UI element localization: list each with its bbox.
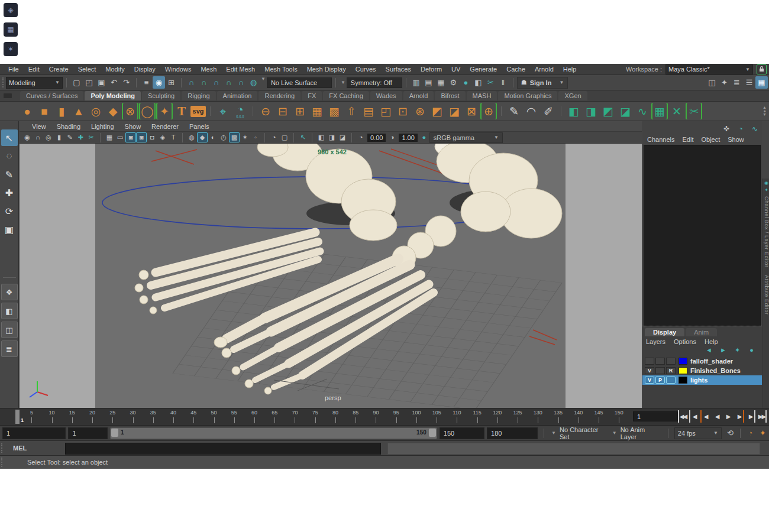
- shelf-tab-sculpting[interactable]: Sculpting: [142, 91, 180, 100]
- reset-transform-icon[interactable]: ◔0,0,0: [232, 103, 248, 119]
- menu-select[interactable]: Select: [73, 66, 101, 73]
- new-scene-icon[interactable]: ▢: [70, 76, 83, 89]
- layer-toggle[interactable]: P: [655, 377, 665, 384]
- duplicate-face-icon[interactable]: ◪: [446, 103, 463, 119]
- resolution-gate-icon[interactable]: ◙: [125, 132, 136, 142]
- object-axis-icon[interactable]: ✜: [722, 125, 731, 133]
- snap-view-plane-icon[interactable]: ∩: [235, 76, 247, 89]
- mel-input[interactable]: [65, 443, 381, 455]
- shelf-scrollbar[interactable]: ▲●▼: [762, 106, 767, 116]
- bridge-icon[interactable]: ▤: [360, 103, 377, 119]
- render-frame-icon[interactable]: ▤: [422, 76, 435, 89]
- layer-color-swatch[interactable]: [678, 358, 687, 365]
- desktop-icon-1[interactable]: ◈: [4, 3, 18, 17]
- film-gate-icon[interactable]: ▭: [115, 132, 125, 142]
- outliner-toggle-icon[interactable]: ◫: [706, 76, 718, 89]
- grid-toggle-icon[interactable]: ▦: [104, 132, 115, 142]
- exposure-value[interactable]: 0.00: [367, 134, 386, 142]
- playback-start-field[interactable]: 1: [68, 427, 108, 439]
- knife-tool-icon[interactable]: ✂: [686, 103, 702, 119]
- rotate-tool[interactable]: ⟳: [1, 203, 18, 219]
- help-line-grip[interactable]: [1, 458, 2, 466]
- layout-outliner-button[interactable]: ≣: [1, 340, 18, 357]
- bevel-icon[interactable]: ◰: [377, 103, 394, 119]
- shelf-tab-xgen[interactable]: XGen: [558, 91, 587, 100]
- time-slider[interactable]: 1 51015202530354045505560657075808590951…: [0, 408, 769, 426]
- layout-two-pane-button[interactable]: ◧: [1, 303, 18, 319]
- menu-deform[interactable]: Deform: [416, 66, 447, 73]
- layer-menu-layers[interactable]: Layers: [646, 338, 671, 345]
- render-settings-icon[interactable]: ⚙: [447, 76, 460, 89]
- shelf-tab-wades[interactable]: Wades: [370, 91, 402, 100]
- svg-tool-icon[interactable]: svg: [190, 106, 206, 117]
- shelf-menu-button[interactable]: [4, 93, 12, 98]
- uv-cube-map-icon[interactable]: ◪: [617, 103, 634, 119]
- live-surface-field[interactable]: No Live Surface: [267, 77, 332, 88]
- fps-dropdown[interactable]: 24 fps ▼: [674, 427, 722, 439]
- range-start-handle[interactable]: [111, 429, 118, 437]
- curve-bracket-icon[interactable]: ◠: [523, 103, 539, 119]
- safe-action-icon[interactable]: ◈: [157, 132, 168, 142]
- layer-row[interactable]: falloff_shader: [642, 356, 762, 366]
- snap-curve-icon[interactable]: ∩: [198, 76, 210, 89]
- command-line-grip[interactable]: [1, 443, 2, 453]
- menu-cache[interactable]: Cache: [502, 66, 530, 73]
- uv-bend-icon[interactable]: ◨: [583, 103, 599, 119]
- contrast-icon[interactable]: ◑: [387, 132, 398, 142]
- make-live-icon[interactable]: ◍: [247, 76, 260, 89]
- curve-pencil-icon[interactable]: ✎: [506, 103, 522, 119]
- current-time-marker[interactable]: [15, 410, 20, 424]
- layer-toggle[interactable]: V: [645, 367, 654, 374]
- lock-camera-icon[interactable]: ∩: [33, 132, 43, 142]
- shelf-tab-arnold[interactable]: Arnold: [403, 91, 434, 100]
- chevron-down-icon[interactable]: ▼: [612, 430, 617, 436]
- image-plane-icon[interactable]: ✎: [64, 132, 75, 142]
- select-cursor-icon[interactable]: ↖: [298, 132, 308, 142]
- shelf-tab-rendering[interactable]: Rendering: [259, 91, 301, 100]
- shadows-icon[interactable]: ◦: [250, 132, 261, 142]
- playback-end-field[interactable]: 150: [440, 427, 484, 439]
- camera-attributes-icon[interactable]: ◎: [43, 132, 54, 142]
- step-forward-frame-button[interactable]: ▶: [745, 410, 755, 423]
- workspace-lock-icon[interactable]: [757, 64, 767, 74]
- save-scene-icon[interactable]: ▣: [95, 76, 108, 89]
- layer-toggle[interactable]: [655, 367, 665, 374]
- desktop-icon-3[interactable]: ✶: [4, 42, 18, 56]
- poly-plane-icon[interactable]: ◆: [105, 103, 121, 119]
- menu-help[interactable]: Help: [558, 66, 581, 73]
- snap-projected-center-icon[interactable]: ∩: [222, 76, 235, 89]
- select-component-icon[interactable]: ⊞: [165, 76, 177, 89]
- gamma-value[interactable]: 1.00: [399, 134, 417, 142]
- layer-menu-help[interactable]: Help: [705, 338, 724, 345]
- shelf-tab-bifrost[interactable]: Bifrost: [435, 91, 465, 100]
- ipr-render-icon[interactable]: ▦: [435, 76, 447, 89]
- chevron-down-icon[interactable]: ▼: [261, 76, 266, 89]
- desktop-icon-2[interactable]: ▦: [4, 22, 18, 37]
- poly-cone-icon[interactable]: ▲: [70, 103, 87, 119]
- bookmark-icon[interactable]: ▮: [54, 132, 64, 142]
- layer-row[interactable]: VPlights: [642, 375, 762, 385]
- range-slider[interactable]: 1 150: [110, 427, 437, 439]
- panel-menu-lighting[interactable]: Lighting: [86, 123, 119, 130]
- chevron-down-icon[interactable]: ▼: [341, 80, 345, 85]
- open-scene-icon[interactable]: ◰: [83, 76, 95, 89]
- poly-cylinder-icon[interactable]: ▮: [53, 103, 70, 119]
- select-object-icon[interactable]: ◉: [153, 76, 165, 89]
- uv-editor-icon[interactable]: ▦: [651, 103, 668, 119]
- combine-icon[interactable]: ⊖: [257, 103, 274, 119]
- 2d-pan-zoom-icon[interactable]: ✚: [75, 132, 86, 142]
- curve-pen-icon[interactable]: ✐: [540, 103, 557, 119]
- pause-icon[interactable]: ‖: [497, 76, 509, 89]
- panel-menu-show[interactable]: Show: [119, 123, 147, 130]
- smooth-icon[interactable]: ▩: [326, 103, 343, 119]
- menuset-dropdown[interactable]: Modeling ▼: [6, 77, 63, 89]
- layer-toggle[interactable]: [666, 358, 676, 365]
- play-backwards-button[interactable]: ◀: [712, 410, 722, 423]
- layer-tab-anim[interactable]: Anim: [686, 328, 717, 336]
- go-to-end-button[interactable]: ▶▶: [757, 410, 767, 423]
- color-management-icon[interactable]: ●: [419, 132, 429, 142]
- menu-windows[interactable]: Windows: [160, 66, 196, 73]
- layer-menu-options[interactable]: Options: [674, 338, 702, 345]
- extrude-icon[interactable]: ⇧: [343, 103, 360, 119]
- colorspace-dropdown[interactable]: sRGB gamma▼: [429, 132, 503, 143]
